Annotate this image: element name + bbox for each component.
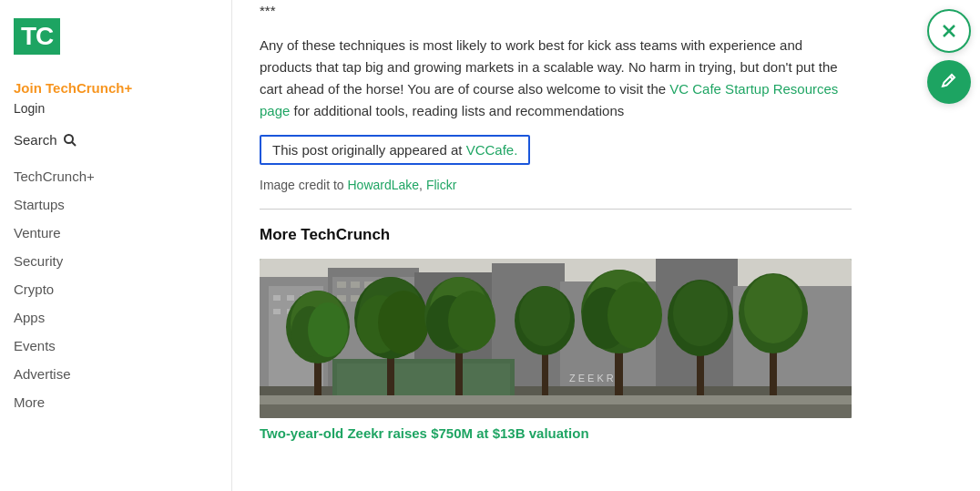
vc-cafe-link[interactable]: VC Cafe Startup Resources page [260,81,838,118]
article-body: Any of these techniques is most likely t… [260,35,852,122]
sidebar-item-venture[interactable]: Venture [14,219,218,247]
svg-point-0 [65,135,73,143]
sidebar-item-security[interactable]: Security [14,247,218,275]
logo[interactable]: TC [14,18,60,55]
search-icon [63,133,77,148]
howardlake-link[interactable]: HowardLake [348,178,420,192]
svg-rect-18 [351,281,360,288]
svg-point-61 [744,274,802,343]
sidebar-item-crypto[interactable]: Crypto [14,275,218,303]
svg-line-1 [72,142,76,146]
sidebar-item-more[interactable]: More [14,388,218,416]
sidebar-item-startups[interactable]: Startups [14,190,218,219]
sidebar: TC Join TechCrunch+ Login Search TechCru… [0,0,232,491]
svg-rect-12 [273,309,281,314]
more-tc-heading: More TechCrunch [260,226,953,244]
card-title-link[interactable]: Two-year-old Zeekr raises $750M at $13B … [260,425,953,441]
section-divider [260,209,852,210]
originally-appeared-box: This post originally appeared at VCCafe. [260,135,530,165]
sidebar-item-advertise[interactable]: Advertise [14,360,218,388]
flickr-link[interactable]: Flickr [426,178,456,192]
vccafe-link[interactable]: VCCafe. [466,142,518,158]
search-label: Search [14,132,57,148]
svg-point-42 [378,291,429,354]
svg-rect-9 [273,295,281,301]
svg-point-55 [607,281,662,349]
logo-wrap: TC [14,18,218,55]
svg-rect-10 [287,295,294,301]
svg-rect-17 [337,281,346,288]
card-image-placeholder: ZEEKR [260,259,852,418]
main-content: *** Any of these techniques is most like… [232,0,980,491]
join-link[interactable]: Join TechCrunch+ [14,80,218,96]
fab-container [927,9,971,104]
search-row[interactable]: Search [14,132,218,148]
sidebar-item-apps[interactable]: Apps [14,303,218,332]
article-stars: *** [260,0,852,22]
svg-line-5 [943,86,945,87]
svg-text:ZEEKR: ZEEKR [569,373,617,384]
nav-menu: TechCrunch+ Startups Venture Security Cr… [14,162,218,416]
edit-icon [940,73,958,91]
article-card-image: ZEEKR [260,259,852,418]
svg-rect-64 [260,404,852,418]
card-image-svg: ZEEKR [260,259,852,418]
close-icon [940,22,958,40]
svg-line-4 [950,77,953,79]
originally-text: This post originally appeared at [272,142,466,158]
svg-point-47 [448,291,495,351]
svg-point-37 [308,302,348,357]
close-button[interactable] [927,9,971,53]
sidebar-item-events[interactable]: Events [14,332,218,360]
image-credit: Image credit to HowardLake, Flickr [260,178,953,192]
edit-button[interactable] [927,60,971,104]
login-link[interactable]: Login [14,101,218,116]
sidebar-item-techcrunchplus[interactable]: TechCrunch+ [14,162,218,190]
svg-point-58 [673,281,728,346]
svg-point-50 [519,286,570,346]
